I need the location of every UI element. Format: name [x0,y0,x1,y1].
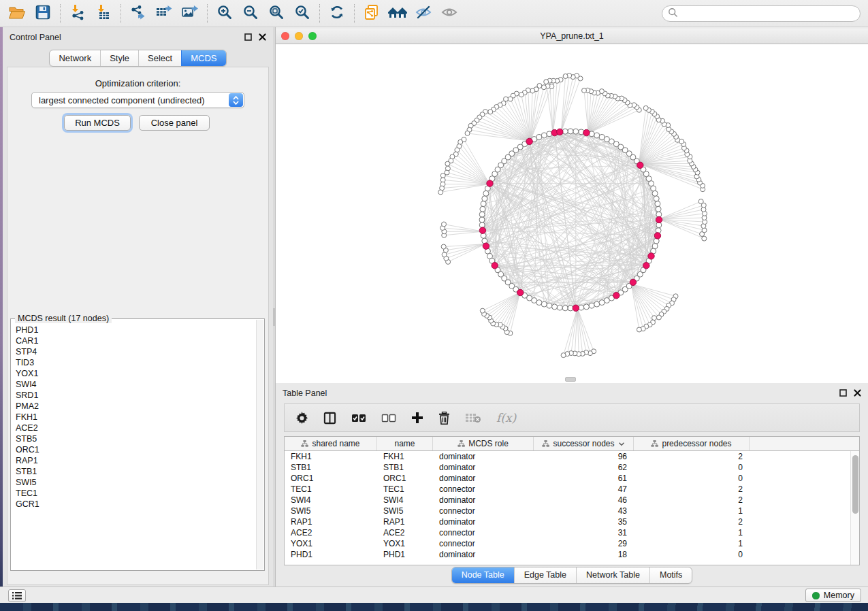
mcds-hub-node[interactable] [492,263,498,269]
mcds-result-item[interactable]: FKH1 [16,412,255,423]
create-column-icon[interactable] [411,412,423,424]
mcds-hub-node[interactable] [630,279,636,285]
leaf-node[interactable] [637,327,641,332]
table-row[interactable]: TEC1TEC1connector472 [285,484,859,495]
cell[interactable]: dominator [433,463,534,472]
cell[interactable]: FKH1 [377,452,433,461]
leaf-node[interactable] [582,88,587,93]
table-row[interactable]: RAP1RAP1dominator352 [285,516,859,527]
cell[interactable]: connector [433,506,534,516]
leaf-node[interactable] [698,199,703,204]
cell[interactable]: connector [433,539,534,548]
cell[interactable]: 18 [534,550,634,559]
mcds-result-item[interactable]: SWI5 [16,477,255,488]
leaf-node[interactable] [563,74,568,79]
column-header[interactable]: MCDS role [433,437,534,450]
leaf-node[interactable] [544,80,549,84]
mcds-result-item[interactable]: SRD1 [16,390,255,401]
leaf-node[interactable] [465,131,470,135]
mcds-hub-node[interactable] [656,216,662,222]
network-node[interactable] [589,303,594,308]
mcds-result-item[interactable]: RAP1 [16,455,255,466]
cell[interactable]: RAP1 [285,517,377,527]
tab-network[interactable]: Network [50,50,100,66]
network-node[interactable] [656,206,661,212]
mcds-hub-node[interactable] [613,293,620,299]
leaf-node[interactable] [441,244,446,249]
network-node[interactable] [655,201,660,207]
zoom-in-button[interactable] [212,3,238,24]
leaf-node[interactable] [438,190,443,195]
network-node[interactable] [547,303,552,308]
mcds-result-item[interactable]: SWI4 [16,379,255,390]
mcds-hub-node[interactable] [479,227,485,233]
cell[interactable]: 2 [634,495,750,505]
mcds-hub-node[interactable] [637,162,643,168]
float-panel-icon[interactable] [839,387,847,399]
cell[interactable]: dominator [433,452,534,461]
cell[interactable]: 2 [634,484,750,494]
cell[interactable]: 46 [534,495,634,505]
cell[interactable]: 31 [534,528,634,538]
network-node[interactable] [583,304,589,310]
leaf-node[interactable] [442,252,447,257]
cell[interactable]: ACE2 [377,528,433,538]
cell[interactable]: SWI4 [285,495,377,505]
delete-column-icon[interactable] [438,412,450,425]
network-node[interactable] [532,298,537,303]
network-node[interactable] [483,191,489,196]
mcds-hub-node[interactable] [583,129,590,135]
criterion-dropdown[interactable]: largest connected component (undirected) [31,92,244,108]
cell[interactable]: SWI4 [377,495,433,505]
mcds-hub-node[interactable] [483,243,489,249]
show-hidden-button[interactable] [436,3,462,24]
table-row[interactable]: STB1STB1dominator620 [285,462,859,473]
cell[interactable]: SWI5 [377,506,433,516]
mcds-result-item[interactable]: TID3 [16,357,255,368]
close-panel-icon[interactable] [854,387,861,399]
cell[interactable]: 0 [634,463,750,472]
cell[interactable]: 35 [534,517,634,527]
table-row[interactable]: PHD1PHD1dominator180 [285,549,859,560]
network-node[interactable] [536,134,542,139]
cell[interactable]: 2 [634,452,750,461]
network-node[interactable] [482,196,487,201]
cell[interactable]: FKH1 [285,452,377,461]
status-menu-button[interactable] [8,589,26,602]
network-node[interactable] [594,301,600,307]
cell[interactable]: YOX1 [377,539,433,548]
export-image-button[interactable] [177,3,203,24]
mcds-hub-node[interactable] [517,289,524,295]
cell[interactable]: STB1 [377,463,433,472]
cell[interactable]: STB1 [285,463,377,472]
mcds-result-item[interactable]: ORC1 [16,444,255,455]
mcds-result-item[interactable]: ACE2 [16,423,255,433]
network-node[interactable] [599,134,605,139]
cell[interactable]: 61 [534,474,634,483]
network-node[interactable] [541,301,547,307]
cell[interactable]: connector [433,484,534,494]
network-node[interactable] [654,196,659,201]
network-node[interactable] [480,206,485,212]
leaf-node[interactable] [480,308,485,313]
houses-button[interactable] [385,3,411,24]
tab-edge-table[interactable]: Edge Table [514,567,576,583]
mcds-result-item[interactable]: YOX1 [16,368,255,379]
cell[interactable]: 29 [534,539,634,548]
zoom-selected-button[interactable] [289,3,315,24]
leaf-node[interactable] [519,93,524,97]
cell[interactable]: dominator [433,550,534,559]
tab-network-table[interactable]: Network Table [576,567,649,583]
network-node[interactable] [604,137,609,142]
network-node[interactable] [541,133,547,138]
network-node[interactable] [651,186,656,191]
select-all-icon[interactable] [351,414,366,423]
import-network-button[interactable] [65,3,91,24]
network-node[interactable] [552,304,558,310]
toggle-columns-icon[interactable] [323,412,336,425]
table-row[interactable]: YOX1YOX1connector291 [285,538,859,549]
leaf-node[interactable] [488,110,493,114]
export-network-button[interactable] [125,3,151,24]
mcds-result-item[interactable]: PMA2 [16,401,255,412]
leaf-node[interactable] [561,353,566,358]
